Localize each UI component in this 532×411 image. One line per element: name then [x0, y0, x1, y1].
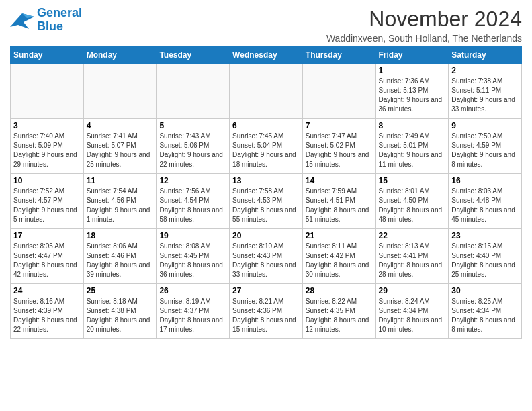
calendar-cell: 19Sunrise: 8:08 AMSunset: 4:45 PMDayligh… — [157, 229, 230, 284]
calendar-header-row: SundayMondayTuesdayWednesdayThursdayFrid… — [11, 47, 522, 64]
day-number: 16 — [451, 176, 519, 185]
calendar-cell — [157, 64, 230, 119]
calendar-cell: 28Sunrise: 8:22 AMSunset: 4:35 PMDayligh… — [302, 284, 375, 339]
location: Waddinxveen, South Holland, The Netherla… — [326, 33, 522, 44]
day-info: Sunrise: 8:22 AMSunset: 4:35 PMDaylight:… — [306, 297, 373, 334]
calendar-cell — [11, 64, 84, 119]
day-number: 5 — [159, 121, 226, 130]
calendar-header-sunday: Sunday — [11, 47, 84, 64]
day-number: 27 — [232, 286, 300, 295]
calendar-cell: 4Sunrise: 7:41 AMSunset: 5:07 PMDaylight… — [83, 119, 157, 174]
calendar-cell: 1Sunrise: 7:36 AMSunset: 5:13 PMDaylight… — [375, 64, 449, 119]
calendar-cell: 16Sunrise: 8:03 AMSunset: 4:48 PMDayligh… — [449, 174, 522, 229]
calendar-cell: 20Sunrise: 8:10 AMSunset: 4:43 PMDayligh… — [230, 229, 303, 284]
calendar-week-5: 24Sunrise: 8:16 AMSunset: 4:39 PMDayligh… — [11, 284, 522, 339]
calendar-cell: 5Sunrise: 7:43 AMSunset: 5:06 PMDaylight… — [157, 119, 230, 174]
calendar-week-3: 10Sunrise: 7:52 AMSunset: 4:57 PMDayligh… — [11, 174, 522, 229]
svg-marker-0 — [10, 13, 34, 29]
day-number: 26 — [159, 286, 226, 295]
day-info: Sunrise: 7:58 AMSunset: 4:53 PMDaylight:… — [232, 187, 300, 224]
day-number: 18 — [87, 231, 154, 240]
calendar-week-4: 17Sunrise: 8:05 AMSunset: 4:47 PMDayligh… — [11, 229, 522, 284]
day-number: 11 — [87, 176, 154, 185]
calendar-cell: 8Sunrise: 7:49 AMSunset: 5:01 PMDaylight… — [375, 119, 449, 174]
day-info: Sunrise: 7:45 AMSunset: 5:04 PMDaylight:… — [232, 132, 300, 169]
day-number: 12 — [159, 176, 226, 185]
day-number: 21 — [306, 231, 373, 240]
day-info: Sunrise: 8:24 AMSunset: 4:34 PMDaylight:… — [379, 297, 446, 334]
day-number: 30 — [451, 286, 519, 295]
calendar-cell — [83, 64, 157, 119]
calendar-header-wednesday: Wednesday — [230, 47, 303, 64]
calendar-week-2: 3Sunrise: 7:40 AMSunset: 5:09 PMDaylight… — [11, 119, 522, 174]
day-info: Sunrise: 7:41 AMSunset: 5:07 PMDaylight:… — [87, 132, 154, 169]
day-info: Sunrise: 7:54 AMSunset: 4:56 PMDaylight:… — [87, 187, 154, 224]
month-title: November 2024 — [326, 7, 522, 32]
calendar-cell: 21Sunrise: 8:11 AMSunset: 4:42 PMDayligh… — [302, 229, 375, 284]
calendar-header-saturday: Saturday — [449, 47, 522, 64]
calendar-header-thursday: Thursday — [302, 47, 375, 64]
day-info: Sunrise: 7:52 AMSunset: 4:57 PMDaylight:… — [13, 187, 81, 224]
day-info: Sunrise: 7:56 AMSunset: 4:54 PMDaylight:… — [159, 187, 226, 224]
day-number: 15 — [379, 176, 446, 185]
calendar: SundayMondayTuesdayWednesdayThursdayFrid… — [10, 46, 522, 339]
day-number: 3 — [13, 121, 81, 130]
day-number: 20 — [232, 231, 300, 240]
day-number: 2 — [451, 66, 519, 75]
logo-icon — [10, 10, 34, 30]
day-number: 9 — [451, 121, 519, 130]
calendar-cell: 11Sunrise: 7:54 AMSunset: 4:56 PMDayligh… — [83, 174, 157, 229]
calendar-cell: 29Sunrise: 8:24 AMSunset: 4:34 PMDayligh… — [375, 284, 449, 339]
day-number: 7 — [306, 121, 373, 130]
day-info: Sunrise: 8:01 AMSunset: 4:50 PMDaylight:… — [379, 187, 446, 224]
calendar-cell: 23Sunrise: 8:15 AMSunset: 4:40 PMDayligh… — [449, 229, 522, 284]
day-number: 29 — [379, 286, 446, 295]
day-number: 23 — [451, 231, 519, 240]
calendar-cell: 30Sunrise: 8:25 AMSunset: 4:34 PMDayligh… — [449, 284, 522, 339]
calendar-cell: 25Sunrise: 8:18 AMSunset: 4:38 PMDayligh… — [83, 284, 157, 339]
day-info: Sunrise: 7:38 AMSunset: 5:11 PMDaylight:… — [451, 77, 519, 114]
day-info: Sunrise: 7:43 AMSunset: 5:06 PMDaylight:… — [159, 132, 226, 169]
calendar-cell: 27Sunrise: 8:21 AMSunset: 4:36 PMDayligh… — [230, 284, 303, 339]
day-info: Sunrise: 8:19 AMSunset: 4:37 PMDaylight:… — [159, 297, 226, 334]
day-info: Sunrise: 8:06 AMSunset: 4:46 PMDaylight:… — [87, 242, 154, 279]
calendar-cell: 26Sunrise: 8:19 AMSunset: 4:37 PMDayligh… — [157, 284, 230, 339]
calendar-cell: 6Sunrise: 7:45 AMSunset: 5:04 PMDaylight… — [230, 119, 303, 174]
day-info: Sunrise: 8:11 AMSunset: 4:42 PMDaylight:… — [306, 242, 373, 279]
day-info: Sunrise: 7:59 AMSunset: 4:51 PMDaylight:… — [306, 187, 373, 224]
day-number: 28 — [306, 286, 373, 295]
calendar-cell: 22Sunrise: 8:13 AMSunset: 4:41 PMDayligh… — [375, 229, 449, 284]
calendar-cell: 17Sunrise: 8:05 AMSunset: 4:47 PMDayligh… — [11, 229, 84, 284]
calendar-header-monday: Monday — [83, 47, 157, 64]
calendar-header-friday: Friday — [375, 47, 449, 64]
day-info: Sunrise: 8:21 AMSunset: 4:36 PMDaylight:… — [232, 297, 300, 334]
day-info: Sunrise: 7:47 AMSunset: 5:02 PMDaylight:… — [306, 132, 373, 169]
day-info: Sunrise: 8:18 AMSunset: 4:38 PMDaylight:… — [87, 297, 154, 334]
day-number: 10 — [13, 176, 81, 185]
day-info: Sunrise: 7:49 AMSunset: 5:01 PMDaylight:… — [379, 132, 446, 169]
calendar-cell: 3Sunrise: 7:40 AMSunset: 5:09 PMDaylight… — [11, 119, 84, 174]
day-number: 1 — [379, 66, 446, 75]
calendar-cell — [230, 64, 303, 119]
day-number: 25 — [87, 286, 154, 295]
logo-text: General Blue — [37, 7, 82, 34]
calendar-header-tuesday: Tuesday — [157, 47, 230, 64]
calendar-cell: 12Sunrise: 7:56 AMSunset: 4:54 PMDayligh… — [157, 174, 230, 229]
day-info: Sunrise: 8:16 AMSunset: 4:39 PMDaylight:… — [13, 297, 81, 334]
calendar-cell: 24Sunrise: 8:16 AMSunset: 4:39 PMDayligh… — [11, 284, 84, 339]
day-info: Sunrise: 8:13 AMSunset: 4:41 PMDaylight:… — [379, 242, 446, 279]
day-info: Sunrise: 8:03 AMSunset: 4:48 PMDaylight:… — [451, 187, 519, 224]
page-header: General Blue November 2024 Waddinxveen, … — [10, 7, 522, 44]
day-number: 13 — [232, 176, 300, 185]
day-info: Sunrise: 8:15 AMSunset: 4:40 PMDaylight:… — [451, 242, 519, 279]
calendar-cell: 15Sunrise: 8:01 AMSunset: 4:50 PMDayligh… — [375, 174, 449, 229]
day-info: Sunrise: 7:36 AMSunset: 5:13 PMDaylight:… — [379, 77, 446, 114]
calendar-cell: 13Sunrise: 7:58 AMSunset: 4:53 PMDayligh… — [230, 174, 303, 229]
calendar-cell: 7Sunrise: 7:47 AMSunset: 5:02 PMDaylight… — [302, 119, 375, 174]
calendar-cell: 18Sunrise: 8:06 AMSunset: 4:46 PMDayligh… — [83, 229, 157, 284]
calendar-cell: 10Sunrise: 7:52 AMSunset: 4:57 PMDayligh… — [11, 174, 84, 229]
day-number: 4 — [87, 121, 154, 130]
day-info: Sunrise: 8:10 AMSunset: 4:43 PMDaylight:… — [232, 242, 300, 279]
calendar-cell: 14Sunrise: 7:59 AMSunset: 4:51 PMDayligh… — [302, 174, 375, 229]
day-number: 22 — [379, 231, 446, 240]
